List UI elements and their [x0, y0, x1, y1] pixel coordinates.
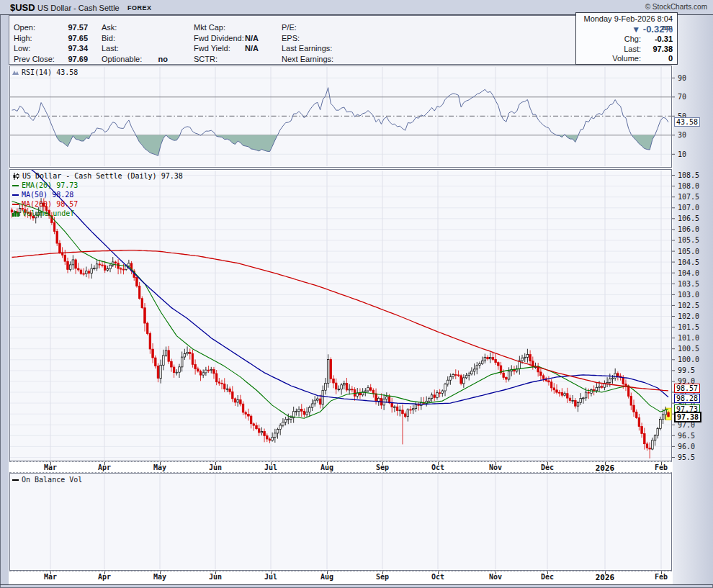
exchange-label: FOREX [127, 4, 152, 12]
candlestick-icon [12, 173, 19, 180]
x-axis-month-label: Apr [98, 573, 111, 581]
down-arrow-icon: ▼ [632, 24, 640, 35]
rsi-panel [9, 65, 672, 168]
obv-line-swatch [12, 479, 19, 481]
legend-ma50-row: MA(50) 98.28 [12, 190, 183, 199]
obv-panel [9, 473, 672, 571]
x-axis-month-label: Jun [209, 573, 222, 581]
ma50-line-swatch [12, 194, 19, 196]
x-axis-month-label: 2026 [596, 463, 615, 473]
quote-last: Last: [102, 44, 168, 55]
ma50-label: MA(50) 98.28 [22, 191, 73, 199]
symbol-label: $USD [10, 2, 35, 13]
x-axis-month-label: Jul [264, 573, 277, 581]
status-last: Last:97.38 [576, 45, 673, 55]
quote-high: High:97.65 [14, 34, 88, 45]
x-axis-band-bottom: MarAprMayJunJulAugSepOctNovDec2026Feb [9, 571, 672, 583]
quote-column-bid-ask: Ask: Bid: Last: Optionable:no [102, 23, 168, 65]
x-axis-month-label: Dec [541, 463, 554, 471]
quote-summary-panel: Open:97.57 High:97.65 Low:97.34 Prev Clo… [9, 15, 673, 65]
right-axis-strip [673, 15, 713, 584]
quote-column-fundamentals: Mkt Cap: Fwd Dividend:N/A Fwd Yield:N/A … [194, 23, 259, 65]
ema-label: EMA(20) 97.73 [22, 181, 78, 189]
x-axis-month-label: Nov [489, 573, 502, 581]
quote-fwd-dividend: Fwd Dividend:N/A [194, 34, 259, 45]
x-axis-month-label: May [153, 463, 166, 471]
rsi-legend-label: RSI(14) 43.58 [22, 68, 78, 76]
ma200-label: MA(200) 98.57 [22, 200, 78, 208]
ma200-line-swatch [12, 204, 19, 205]
x-axis-month-label: 2026 [596, 573, 615, 582]
x-axis-month-label: Sep [376, 573, 389, 581]
obv-label: On Balance Vol [22, 476, 82, 484]
ema-line-swatch [12, 185, 19, 186]
quote-pe: P/E: [282, 23, 361, 34]
quote-fwd-yield: Fwd Yield:N/A [194, 44, 259, 55]
quote-column-ohlc: Open:97.57 High:97.65 Low:97.34 Prev Clo… [14, 23, 88, 65]
quote-optionable: Optionable:no [102, 55, 168, 65]
x-axis-month-label: May [153, 573, 166, 581]
x-axis-month-label: Aug [320, 573, 333, 581]
area-chart-icon [12, 69, 19, 76]
x-axis-month-label: Dec [541, 573, 554, 581]
obv-legend: On Balance Vol [12, 476, 82, 484]
quote-mkt-cap: Mkt Cap: [194, 23, 259, 34]
percent-change-value: -0.32% [643, 24, 673, 35]
quote-last-earnings: Last Earnings: [282, 44, 361, 55]
x-axis-month-label: Sep [376, 463, 389, 471]
quote-open: Open:97.57 [14, 23, 88, 34]
quote-low: Low:97.34 [14, 44, 88, 55]
legend-ma200-row: MA(200) 98.57 [12, 199, 183, 209]
price-legend: US Dollar - Cash Settle (Daily) 97.38 EM… [12, 171, 183, 218]
x-axis-month-label: Nov [489, 463, 502, 471]
status-chg: Chg:-0.31 [576, 35, 673, 45]
percent-change: ▼ -0.32% [576, 24, 673, 35]
symbol-name-label: US Dollar - Cash Settle [37, 4, 120, 12]
x-axis-month-label: Apr [98, 463, 111, 471]
x-axis-month-label: Oct [431, 573, 444, 581]
x-axis-band-middle: MarAprMayJunJulAugSepOctNovDec2026Feb [9, 461, 672, 473]
datetime-label: Monday 9-Feb-2026 8:04 am [576, 14, 673, 24]
quote-next-earnings: Next Earnings: [282, 55, 361, 65]
legend-ema-row: EMA(20) 97.73 [12, 181, 183, 190]
quote-eps: EPS: [282, 34, 361, 45]
x-axis-month-label: Jun [209, 463, 222, 471]
x-axis-month-label: Feb [655, 463, 668, 471]
quote-column-earnings: P/E: EPS: Last Earnings: Next Earnings: [282, 23, 361, 65]
volume-label: Volume undef [22, 209, 74, 217]
x-axis-month-label: Jul [264, 463, 277, 471]
quote-bid: Bid: [102, 34, 168, 45]
x-axis-month-label: Oct [431, 463, 444, 471]
status-volume: Volume:0 [576, 54, 673, 64]
quote-prev-close: Prev Close:97.69 [14, 55, 88, 65]
legend-title-row: US Dollar - Cash Settle (Daily) 97.38 [12, 171, 183, 181]
x-axis-month-label: Mar [44, 463, 57, 471]
rsi-legend: RSI(14) 43.58 [12, 68, 78, 76]
legend-volume-row: Volume undef [12, 209, 183, 218]
page-bottom-border [0, 584, 713, 585]
quote-sctr: SCTR: [194, 55, 259, 65]
volume-bars-icon [12, 210, 19, 217]
quote-ask: Ask: [102, 23, 168, 34]
x-axis-month-label: Mar [44, 573, 57, 581]
stockcharts-chart-page: $USD US Dollar - Cash Settle FOREX © Sto… [0, 0, 713, 588]
x-axis-month-label: Aug [320, 463, 333, 471]
status-box: Monday 9-Feb-2026 8:04 am ▼ -0.32% Chg:-… [575, 12, 678, 65]
copyright-label: © StockCharts.com [645, 3, 707, 11]
chart-title: US Dollar - Cash Settle (Daily) 97.38 [22, 172, 183, 180]
x-axis-month-label: Feb [655, 573, 668, 581]
